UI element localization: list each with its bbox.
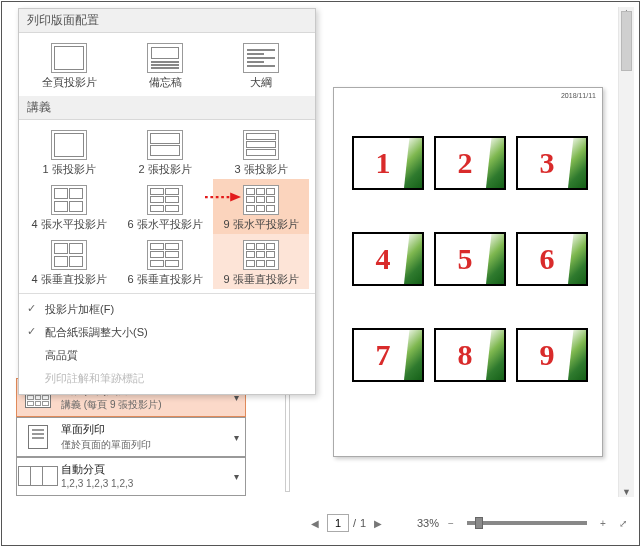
preview-status-bar: ◀ / 1 ▶ 33% − + ⤢: [307, 509, 631, 537]
grid-2-icon: [147, 130, 183, 160]
grid-9-icon: [243, 185, 279, 215]
grid-1-icon: [51, 130, 87, 160]
popup-header-handouts: 講義: [19, 96, 315, 120]
handout-1-slide[interactable]: 1 張投影片: [21, 124, 117, 179]
slide-thumb: 6: [516, 232, 588, 286]
page-sep: /: [353, 517, 356, 529]
chevron-down-icon: ▾: [234, 432, 239, 443]
collate-icon: [23, 463, 53, 489]
print-settings-panel: 9 張水平投影片 講義 (每頁 9 張投影片) ▾ 單面列印 僅於頁面的單面列印…: [16, 378, 246, 496]
grid-9v-icon: [243, 240, 279, 270]
slide-thumb: 3: [516, 136, 588, 190]
option-print-comments: 列印註解和筆跡標記: [19, 367, 315, 390]
popup-layout-section: 全頁投影片 備忘稿 大綱: [19, 33, 315, 96]
handout-6-horizontal[interactable]: 6 張水平投影片: [117, 179, 213, 234]
setting-sides[interactable]: 單面列印 僅於頁面的單面列印 ▾: [16, 417, 246, 456]
preview-page: 2018/11/11 1 2 3 4 5 6 7 8 9: [333, 87, 603, 457]
grid-4-icon: [51, 185, 87, 215]
popup-options-list: ✓投影片加框(F) ✓配合紙張調整大小(S) 高品質 列印註解和筆跡標記: [19, 293, 315, 394]
single-side-icon: [23, 424, 53, 450]
grid-6v-icon: [147, 240, 183, 270]
grid-4v-icon: [51, 240, 87, 270]
page-number-input[interactable]: [327, 514, 349, 532]
zoom-slider-knob[interactable]: [475, 517, 483, 529]
chevron-down-icon: ▾: [234, 471, 239, 482]
layout-notes-pages[interactable]: 備忘稿: [117, 37, 213, 92]
slide-thumb: 5: [434, 232, 506, 286]
handout-6-vertical[interactable]: 6 張垂直投影片: [117, 234, 213, 289]
zoom-out-button[interactable]: −: [443, 518, 459, 529]
option-scale-to-paper[interactable]: ✓配合紙張調整大小(S): [19, 321, 315, 344]
handout-4-vertical[interactable]: 4 張垂直投影片: [21, 234, 117, 289]
popup-header-layout: 列印版面配置: [19, 9, 315, 33]
print-preview-area: 2018/11/11 1 2 3 4 5 6 7 8 9 ▲ ▼: [307, 7, 634, 497]
zoom-in-button[interactable]: +: [595, 518, 611, 529]
preview-thumb-grid: 1 2 3 4 5 6 7 8 9: [352, 136, 588, 382]
handout-9-horizontal[interactable]: 9 張水平投影片: [213, 179, 309, 234]
slide-thumb: 9: [516, 328, 588, 382]
next-page-button[interactable]: ▶: [370, 518, 386, 529]
scroll-down-icon[interactable]: ▼: [619, 487, 634, 497]
zoom-slider[interactable]: [467, 521, 587, 525]
layout-popup-menu: 列印版面配置 全頁投影片 備忘稿 大綱 講義 1 張投影片 2 張: [18, 8, 316, 395]
setting-collate[interactable]: 自動分頁 1,2,3 1,2,3 1,2,3 ▾: [16, 457, 246, 496]
setting-sides-title: 單面列印: [61, 422, 226, 437]
page-total: 1: [360, 517, 366, 529]
slide-thumb: 1: [352, 136, 424, 190]
preview-vertical-scrollbar[interactable]: ▲ ▼: [618, 7, 634, 497]
option-high-quality[interactable]: 高品質: [19, 344, 315, 367]
setting-sides-sub: 僅於頁面的單面列印: [61, 438, 226, 452]
slide-thumb: 2: [434, 136, 506, 190]
slide-thumb: 8: [434, 328, 506, 382]
setting-collate-sub: 1,2,3 1,2,3 1,2,3: [61, 477, 226, 491]
preview-date: 2018/11/11: [561, 92, 596, 99]
outline-icon: [243, 43, 279, 73]
popup-handouts-section: 1 張投影片 2 張投影片 3 張投影片 4 張水平投影片 6 張水平投影片 9…: [19, 120, 315, 293]
handout-4-horizontal[interactable]: 4 張水平投影片: [21, 179, 117, 234]
handout-2-slides[interactable]: 2 張投影片: [117, 124, 213, 179]
slide-thumb: 7: [352, 328, 424, 382]
slide-thumb: 4: [352, 232, 424, 286]
layout-outline[interactable]: 大綱: [213, 37, 309, 92]
zoom-percent: 33%: [417, 517, 439, 529]
grid-6-icon: [147, 185, 183, 215]
grid-3-icon: [243, 130, 279, 160]
layout-full-page-slides[interactable]: 全頁投影片: [21, 37, 117, 92]
check-icon: ✓: [27, 302, 36, 315]
handout-3-slides[interactable]: 3 張投影片: [213, 124, 309, 179]
check-icon: ✓: [27, 325, 36, 338]
option-frame-slides[interactable]: ✓投影片加框(F): [19, 298, 315, 321]
zoom-fit-button[interactable]: ⤢: [615, 518, 631, 529]
full-page-icon: [51, 43, 87, 73]
prev-page-button[interactable]: ◀: [307, 518, 323, 529]
scroll-thumb[interactable]: [621, 11, 632, 71]
notes-icon: [147, 43, 183, 73]
setting-layout-sub: 講義 (每頁 9 張投影片): [61, 398, 226, 412]
setting-collate-title: 自動分頁: [61, 462, 226, 477]
handout-9-vertical[interactable]: 9 張垂直投影片: [213, 234, 309, 289]
